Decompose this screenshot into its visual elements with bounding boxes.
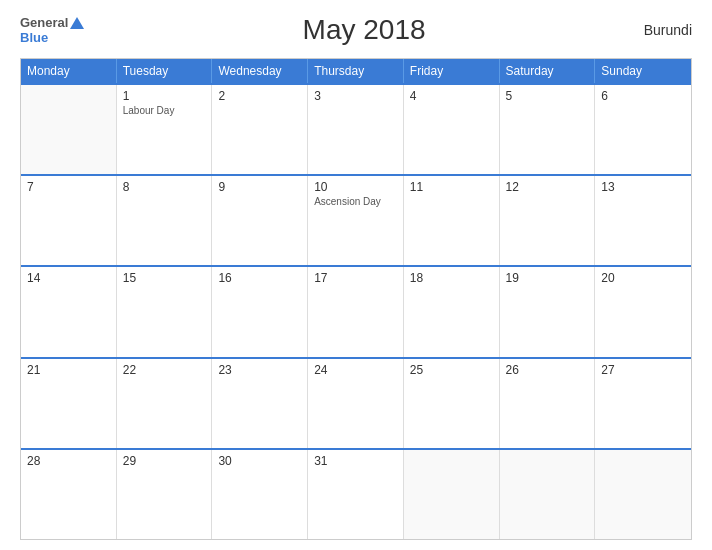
month-title: May 2018 <box>303 14 426 46</box>
day-header-sunday: Sunday <box>595 59 691 83</box>
day-cell: 26 <box>500 359 596 448</box>
day-number: 8 <box>123 180 206 194</box>
logo-general-text: General <box>20 15 68 30</box>
day-number: 13 <box>601 180 685 194</box>
day-cell <box>500 450 596 539</box>
day-number: 16 <box>218 271 301 285</box>
day-cell: 2 <box>212 85 308 174</box>
day-header-wednesday: Wednesday <box>212 59 308 83</box>
week-row-2: 78910Ascension Day111213 <box>21 174 691 265</box>
day-number: 17 <box>314 271 397 285</box>
day-number: 22 <box>123 363 206 377</box>
day-number: 15 <box>123 271 206 285</box>
day-number: 21 <box>27 363 110 377</box>
day-number: 23 <box>218 363 301 377</box>
day-number: 4 <box>410 89 493 103</box>
day-cell: 14 <box>21 267 117 356</box>
country-label: Burundi <box>644 22 692 38</box>
day-cell: 24 <box>308 359 404 448</box>
day-cell: 18 <box>404 267 500 356</box>
week-row-5: 28293031 <box>21 448 691 539</box>
logo-blue-text: Blue <box>20 30 48 45</box>
day-number: 26 <box>506 363 589 377</box>
calendar-header: General Blue May 2018 Burundi <box>20 10 692 50</box>
day-cell: 11 <box>404 176 500 265</box>
day-number: 11 <box>410 180 493 194</box>
day-cell: 1Labour Day <box>117 85 213 174</box>
day-cell: 28 <box>21 450 117 539</box>
day-number: 20 <box>601 271 685 285</box>
day-cell: 17 <box>308 267 404 356</box>
day-number: 31 <box>314 454 397 468</box>
day-cell: 21 <box>21 359 117 448</box>
day-headers-row: MondayTuesdayWednesdayThursdayFridaySatu… <box>21 59 691 83</box>
day-number: 9 <box>218 180 301 194</box>
day-cell <box>404 450 500 539</box>
day-cell: 30 <box>212 450 308 539</box>
day-number: 28 <box>27 454 110 468</box>
day-cell: 27 <box>595 359 691 448</box>
day-number: 27 <box>601 363 685 377</box>
logo: General Blue <box>20 15 84 45</box>
holiday-name: Labour Day <box>123 105 206 116</box>
week-row-1: 1Labour Day23456 <box>21 83 691 174</box>
day-number: 24 <box>314 363 397 377</box>
day-number: 5 <box>506 89 589 103</box>
logo-triangle-icon <box>70 17 84 29</box>
day-header-tuesday: Tuesday <box>117 59 213 83</box>
day-cell: 29 <box>117 450 213 539</box>
day-cell: 20 <box>595 267 691 356</box>
day-cell <box>595 450 691 539</box>
day-cell: 6 <box>595 85 691 174</box>
day-cell: 31 <box>308 450 404 539</box>
day-number: 29 <box>123 454 206 468</box>
day-cell: 7 <box>21 176 117 265</box>
day-number: 30 <box>218 454 301 468</box>
day-cell <box>21 85 117 174</box>
day-cell: 9 <box>212 176 308 265</box>
day-cell: 10Ascension Day <box>308 176 404 265</box>
day-cell: 19 <box>500 267 596 356</box>
day-cell: 12 <box>500 176 596 265</box>
day-number: 18 <box>410 271 493 285</box>
day-cell: 13 <box>595 176 691 265</box>
day-cell: 8 <box>117 176 213 265</box>
day-cell: 22 <box>117 359 213 448</box>
day-number: 19 <box>506 271 589 285</box>
day-header-friday: Friday <box>404 59 500 83</box>
day-header-saturday: Saturday <box>500 59 596 83</box>
day-number: 25 <box>410 363 493 377</box>
day-cell: 5 <box>500 85 596 174</box>
day-number: 12 <box>506 180 589 194</box>
day-number: 2 <box>218 89 301 103</box>
holiday-name: Ascension Day <box>314 196 397 207</box>
day-number: 3 <box>314 89 397 103</box>
week-row-4: 21222324252627 <box>21 357 691 448</box>
calendar-weeks: 1Labour Day2345678910Ascension Day111213… <box>21 83 691 539</box>
day-header-monday: Monday <box>21 59 117 83</box>
day-cell: 4 <box>404 85 500 174</box>
day-header-thursday: Thursday <box>308 59 404 83</box>
day-number: 1 <box>123 89 206 103</box>
day-number: 7 <box>27 180 110 194</box>
day-number: 10 <box>314 180 397 194</box>
day-cell: 23 <box>212 359 308 448</box>
day-cell: 25 <box>404 359 500 448</box>
day-number: 6 <box>601 89 685 103</box>
week-row-3: 14151617181920 <box>21 265 691 356</box>
calendar: MondayTuesdayWednesdayThursdayFridaySatu… <box>20 58 692 540</box>
day-cell: 3 <box>308 85 404 174</box>
day-cell: 15 <box>117 267 213 356</box>
day-number: 14 <box>27 271 110 285</box>
day-cell: 16 <box>212 267 308 356</box>
